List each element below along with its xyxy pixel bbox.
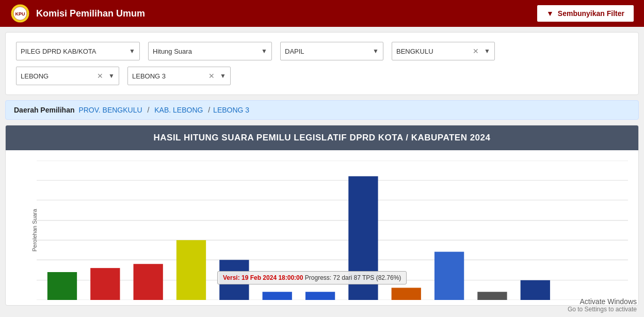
chart-tooltip: Versi: 19 Feb 2024 18:00:00 Progress: 72…: [217, 271, 407, 284]
activate-line1: Activate Windows: [568, 297, 637, 306]
app-header: KPU Komisi Pemilihan Umum ▼ Sembunyikan …: [0, 0, 644, 27]
chevron-down-icon: ▼: [108, 72, 115, 80]
jenis-pemilu-select[interactable]: PILEG DPRD KAB/KOTA ▼: [16, 42, 140, 60]
bar-11: [477, 292, 507, 300]
svg-text:KPU: KPU: [15, 11, 25, 17]
chevron-down-icon: ▼: [129, 47, 135, 55]
bar-4: [176, 240, 206, 300]
clear-dapil2-icon[interactable]: ✕: [208, 72, 215, 80]
activate-windows-notice: Activate Windows Go to Settings to activ…: [560, 293, 644, 311]
bar-12: [521, 280, 550, 300]
bar-10: [434, 252, 464, 300]
tooltip-date: Versi: 19 Feb 2024 18:00:00: [223, 274, 303, 281]
chart-container: HASIL HITUNG SUARA PEMILU LEGISLATIF DPR…: [5, 125, 639, 306]
chevron-down-icon: ▼: [373, 47, 379, 55]
metode-select[interactable]: Hitung Suara ▼: [148, 42, 272, 60]
bar-3: [134, 264, 163, 300]
header-left: KPU Komisi Pemilihan Umum: [10, 4, 145, 23]
breadcrumb-label: Daerah Pemilihan: [14, 106, 75, 114]
dapil-select[interactable]: DAPIL ▼: [280, 42, 383, 60]
dapil2-select[interactable]: LEBONG 3 ✕ ▼: [127, 67, 231, 85]
filter-panel: PILEG DPRD KAB/KOTA ▼ Hitung Suara ▼ DAP…: [5, 32, 639, 95]
app-title: Komisi Pemilihan Umum: [36, 8, 145, 19]
breadcrumb-dapil: LEBONG 3: [213, 106, 249, 114]
bar-7: [305, 292, 335, 300]
bar-2: [90, 268, 120, 300]
chevron-down-icon: ▼: [484, 47, 490, 55]
filter-row-2: LEBONG ✕ ▼ LEBONG 3 ✕ ▼: [16, 67, 628, 85]
chevron-down-icon: ▼: [261, 47, 267, 55]
filter-icon: ▼: [546, 9, 554, 18]
bar-1: [47, 272, 77, 300]
clear-provinsi-icon[interactable]: ✕: [473, 47, 479, 55]
breadcrumb-prov[interactable]: PROV. BENGKULU: [78, 106, 142, 114]
provinsi-select[interactable]: BENGKULU ✕ ▼: [392, 42, 495, 60]
kabkota-select[interactable]: LEBONG ✕ ▼: [16, 67, 119, 85]
clear-kabkota-icon[interactable]: ✕: [97, 72, 103, 80]
filter-row-1: PILEG DPRD KAB/KOTA ▼ Hitung Suara ▼ DAP…: [16, 42, 628, 60]
chart-area: Perolehan Suara 35 30 25 20 15 10 5 0: [6, 150, 638, 305]
bar-6: [263, 292, 292, 300]
breadcrumb: Daerah Pemilihan PROV. BENGKULU / KAB. L…: [5, 100, 639, 120]
bar-9: [392, 288, 421, 300]
y-axis-label: Perolehan Suara: [31, 209, 38, 252]
hide-filter-button[interactable]: ▼ Sembunyikan Filter: [537, 5, 634, 22]
chart-title: HASIL HITUNG SUARA PEMILU LEGISLATIF DPR…: [6, 125, 638, 150]
activate-line2: Go to Settings to activate: [568, 306, 637, 311]
breadcrumb-kab[interactable]: KAB. LEBONG: [154, 106, 203, 114]
kpu-logo: KPU: [10, 4, 30, 23]
chevron-down-icon: ▼: [220, 72, 226, 80]
tooltip-progress: Progress: 72 dari 87 TPS (82.76%): [305, 274, 401, 281]
